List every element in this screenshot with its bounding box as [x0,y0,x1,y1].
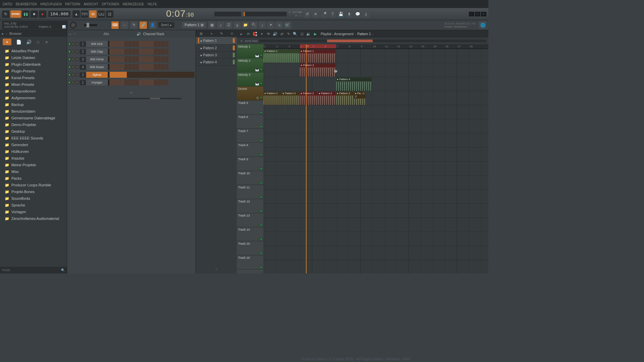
step[interactable] [113,41,117,47]
snap-value[interactable]: 32 [89,10,97,18]
track-header[interactable]: Track 6 [237,115,264,129]
channel-led[interactable] [68,43,71,45]
browser-item[interactable]: 📁Backup [0,101,67,108]
step[interactable] [147,79,150,85]
track-led[interactable] [260,266,262,268]
cr-scrollbar[interactable] [118,98,181,99]
channel-name[interactable]: 808 Clap [86,49,108,55]
history-icon[interactable]: ↓ [6,32,7,36]
add-folder-button[interactable]: + [3,39,11,45]
playlist-button[interactable]: ▦ [208,21,216,29]
chat-icon[interactable]: 💬 [354,10,361,18]
playlist-clip[interactable]: ▸ Pattern 2 [318,92,335,105]
channel-name[interactable]: Voyager [86,79,108,85]
step[interactable] [143,56,146,62]
play-button[interactable]: ▮▮ [22,10,30,18]
step[interactable] [143,79,146,85]
wand-icon[interactable]: ✎ [130,21,138,29]
browser-item[interactable]: 📁Gerendert [0,141,67,148]
browser-item[interactable]: 📁Plugin-Datenbank [0,61,67,68]
track-led[interactable] [260,96,262,99]
step[interactable] [117,56,120,62]
step[interactable] [165,41,168,47]
step[interactable] [154,56,157,62]
timeline-overview[interactable] [259,40,486,42]
cr-undo-icon[interactable]: ↶ [73,32,76,36]
channel-led[interactable] [68,66,71,68]
step[interactable] [113,56,117,62]
playlist-track[interactable] [264,119,488,133]
time-display[interactable]: 0:07:98 [166,8,194,19]
playlist-track[interactable] [264,176,488,190]
step[interactable] [124,56,128,62]
browser-item[interactable]: 📁Packs [0,175,67,182]
pl-mode2-icon[interactable]: RAW [252,38,258,44]
volume-knob[interactable] [70,22,76,28]
step[interactable] [165,64,168,70]
step[interactable] [128,64,131,70]
channel-number[interactable]: 2 [80,49,86,54]
step[interactable] [147,49,150,55]
track-led[interactable] [260,154,262,156]
step[interactable] [128,79,131,85]
channel-led[interactable] [68,50,71,53]
playlist-clip[interactable]: ▸ Pa...n 2 [354,92,366,105]
playlist-clip[interactable]: ▸ Pattern 1 [264,49,299,63]
playlist-track[interactable] [264,133,488,147]
browser-item[interactable]: 📁Desktop [0,128,67,135]
step[interactable] [165,79,168,85]
help-icon[interactable]: ? [329,10,336,18]
pl-zoom-icon[interactable]: 🔍 [292,31,298,37]
pp-add-icon[interactable]: + [210,32,212,36]
step[interactable] [165,49,168,55]
playlist-track[interactable] [264,232,488,246]
step[interactable] [136,64,139,70]
channel-number[interactable]: 2 [80,72,86,77]
undo-icon[interactable]: ↺ [304,10,311,18]
tools-icon[interactable]: ✕ [312,10,319,18]
step[interactable] [132,79,135,85]
add-channel-button[interactable]: + [68,86,195,96]
browser-item[interactable]: 📁Aufgenommen [0,95,67,101]
step[interactable] [136,79,139,85]
track-led[interactable] [260,196,262,198]
link-icon[interactable]: 🔗 [140,21,147,29]
menu-item[interactable]: HILFE [146,2,158,7]
step[interactable] [110,56,113,62]
browser-item[interactable]: 📁Gemeinsame Datenablage [0,115,67,121]
track-led[interactable] [260,252,262,254]
browser-list[interactable]: 📁Aktuelles Projekt📁Letzte Dateien📁Plugin… [0,47,67,267]
pan-knob[interactable] [71,65,75,69]
pl-mode-icon[interactable]: NOTE [246,38,251,44]
step[interactable] [154,79,157,85]
pl-vol-icon[interactable]: 🔉 [306,31,311,37]
snap-dropdown[interactable]: (leer) ▸ [158,22,174,28]
script-icon[interactable]: ✦ [267,21,274,29]
tags-label[interactable]: TAGS [2,268,10,272]
pan-knob[interactable] [71,57,75,61]
playlist-track[interactable] [264,246,488,260]
pl-menu-icon[interactable]: ▸ [239,31,244,37]
browser-item[interactable]: 📁Kanal-Presets [0,74,67,81]
pp-edit-icon[interactable]: ✎ [220,32,223,36]
plugin-icon[interactable]: 🔌 [250,21,258,29]
step[interactable] [136,56,139,62]
step[interactable] [128,49,131,55]
audio-icon[interactable]: 🔊 [26,40,32,45]
menu-item[interactable]: OPTIONEN [100,2,120,7]
playlist-track[interactable] [264,77,488,91]
wait-icon[interactable]: ⊓⊓ [81,10,88,18]
playlist-track[interactable] [264,218,488,232]
pl-eye-icon[interactable]: 👁 [266,31,271,37]
step[interactable] [165,56,168,62]
step[interactable] [158,56,161,62]
vol-knob[interactable] [75,57,79,61]
step[interactable] [113,64,117,70]
pan-knob[interactable] [71,80,75,84]
step[interactable] [124,64,128,70]
pp-view-icon[interactable]: ⊞ [200,32,203,36]
cr-options-icon[interactable]: 🔊 [137,32,141,36]
playlist-clip[interactable]: ▸ Pattern 3 [300,63,335,77]
step[interactable] [132,41,135,47]
count-icon[interactable]: ⊔⊔ [98,10,105,18]
